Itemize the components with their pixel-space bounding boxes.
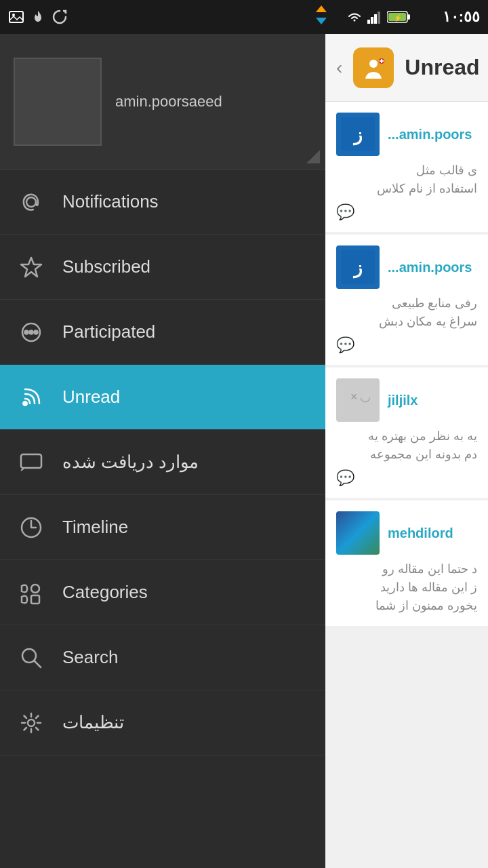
svg-marker-13 [21,258,41,277]
status-bar-right-icons: ⚡ ١٠:٥٥ [346,8,480,26]
feed-avatar: ز [336,245,380,289]
nav-list: Notifications Subscribed [0,170,325,868]
feed-avatar: × ◡ [336,378,380,422]
svg-rect-0 [9,12,23,22]
status-bar-left-icons [8,9,68,25]
categories-icon [16,578,46,608]
sidebar-item-unread[interactable]: Unread [0,365,325,430]
subscribed-label: Subscribed [62,256,150,277]
sidebar-item-subscribed[interactable]: Subscribed [0,235,325,300]
categories-label: Categories [62,582,148,603]
status-bar: ⚡ ١٠:٥٥ [0,0,488,34]
unread-label: Unread [62,387,120,408]
feed-footer: 💬 [336,469,477,487]
svg-text:ز: ز [352,125,363,146]
svg-text:×: × [350,390,358,403]
svg-rect-2 [367,20,370,24]
svg-point-21 [31,585,39,593]
comment-icon: 💬 [336,203,354,221]
svg-point-15 [25,330,28,334]
feed-username: jiljilx [388,393,418,408]
refresh-icon [52,9,68,25]
feed-text: ی قالب مثلاستفاده از نام کلاس [336,161,477,198]
svg-marker-10 [316,5,327,12]
feed-item[interactable]: × ◡ jiljilx یه به نظر من بهتره یهدم بدون… [325,368,488,498]
participated-label: Participated [62,321,155,342]
svg-rect-22 [31,595,39,604]
svg-text:ز: ز [352,258,363,279]
timeline-label: Timeline [62,517,128,538]
star-icon [16,252,46,282]
feed-footer: 💬 [336,203,477,221]
svg-rect-4 [374,14,377,24]
fire-icon [30,9,46,25]
svg-point-27 [369,60,378,68]
sidebar-item-settings[interactable]: تنظیمات [0,690,325,755]
svg-point-16 [30,330,33,334]
back-button[interactable]: ‹ [336,57,342,79]
speech-bubble-icon [16,317,46,347]
clock-icon [16,513,46,542]
sidebar-item-participated[interactable]: Participated [0,300,325,365]
message-icon [16,448,46,477]
feed-footer: 💬 [336,336,477,354]
right-panel: ‹ Unread ز [325,34,488,868]
sidebar: amin.poorsaeed Notifications [0,34,325,868]
feed-item-header: mehdilord [336,511,477,555]
sidebar-item-timeline[interactable]: Timeline [0,495,325,560]
feed-text: رفی منابع طبیعیسراغ یه مکان دبش [336,294,477,331]
battery-icon: ⚡ [387,9,411,25]
feed-item[interactable]: ز amin.poors... رفی منابع طبیعیسراغ یه م… [325,235,488,365]
rss-icon [16,382,46,412]
time-display: ١٠:٥٥ [443,8,480,26]
svg-rect-19 [21,454,41,468]
right-panel-header: ‹ Unread [325,34,488,102]
feed-item[interactable]: mehdilord د حتما این مقاله روز این مقاله… [325,500,488,626]
feed-list: ز amin.poors... ی قالب مثلاستفاده از نام… [325,102,488,868]
svg-marker-11 [316,18,327,24]
corner-indicator [306,150,320,163]
app-icon [353,47,394,88]
svg-point-18 [23,401,28,406]
feed-avatar: ز [336,113,380,156]
svg-text:⚡: ⚡ [394,14,403,22]
svg-point-12 [26,197,36,207]
wifi-icon [346,9,363,25]
svg-rect-3 [371,17,373,24]
svg-text:◡: ◡ [360,390,371,403]
sidebar-item-received[interactable]: موارد دریافت شده [0,430,325,495]
data-transfer-icon [313,7,329,23]
user-profile[interactable]: amin.poorsaeed [0,34,325,170]
svg-line-24 [34,660,41,667]
feed-username: mehdilord [388,526,453,541]
right-panel-title: Unread [405,55,479,80]
gear-icon [16,708,46,738]
signal-icon [367,9,383,25]
user-avatar [14,58,102,146]
feed-item[interactable]: ز amin.poors... ی قالب مثلاستفاده از نام… [325,102,488,232]
sidebar-item-search[interactable]: Search [0,625,325,690]
feed-item-header: ز amin.poors... [336,245,477,289]
feed-username: amin.poors... [388,127,472,142]
sidebar-item-notifications[interactable]: Notifications [0,170,325,235]
feed-text: د حتما این مقاله روز این مقاله ها داریدی… [336,560,477,615]
image-icon [8,9,24,25]
svg-point-17 [35,330,38,334]
received-label: موارد دریافت شده [62,452,199,473]
sidebar-item-categories[interactable]: Categories [0,560,325,625]
at-icon [16,187,46,217]
comment-icon: 💬 [336,336,354,354]
svg-rect-5 [378,12,380,24]
feed-item-header: × ◡ jiljilx [336,378,477,422]
comment-icon: 💬 [336,469,354,487]
settings-label: تنظیمات [62,712,124,733]
feed-text: یه به نظر من بهتره یهدم بدونه این مجموعه [336,427,477,464]
notifications-label: Notifications [62,191,159,212]
feed-username: amin.poors... [388,260,472,275]
svg-rect-7 [407,14,410,20]
svg-point-25 [28,719,35,726]
search-icon [16,643,46,673]
search-label: Search [62,647,118,668]
user-name: amin.poorsaeed [115,93,222,111]
feed-avatar [336,511,380,555]
